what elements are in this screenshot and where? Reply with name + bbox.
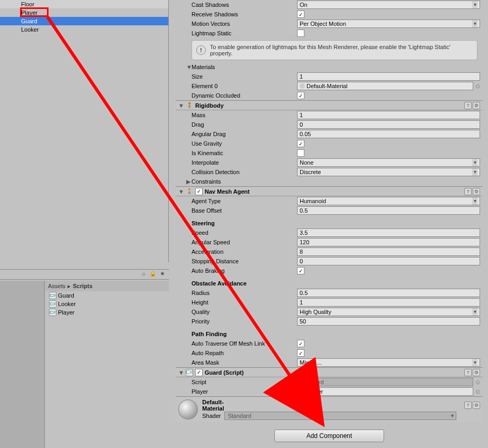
gear-icon[interactable]: ⚙ — [473, 402, 480, 409]
project-folders[interactable] — [0, 281, 45, 448]
script-label: Script — [192, 379, 297, 385]
element0-field[interactable]: Default-Material — [297, 82, 473, 90]
rigidbody-icon: 🧍 — [186, 102, 193, 109]
gear-icon[interactable]: ⚙ — [473, 188, 480, 195]
navmeshagent-icon: 🚶 — [186, 188, 193, 195]
gear-icon[interactable]: ⚙ — [473, 369, 480, 376]
search-icon[interactable]: ⌕ — [140, 270, 147, 277]
gear-icon[interactable]: ⚙ — [473, 102, 480, 109]
breadcrumb-root[interactable]: Assets — [48, 283, 65, 289]
steering-header: Steering — [192, 220, 297, 226]
area-mask-dropdown[interactable]: Mixed ... — [297, 358, 480, 367]
height-label: Height — [192, 299, 297, 306]
interpolate-dropdown[interactable]: None — [297, 158, 480, 167]
obstacle-header: Obstacle Avoidance — [192, 280, 297, 287]
object-picker-icon[interactable]: ⊙ — [475, 388, 480, 395]
use-gravity-label: Use Gravity — [192, 140, 297, 147]
material-preview-icon — [178, 399, 198, 420]
foldout-icon[interactable]: ▼ — [178, 188, 184, 195]
hierarchy-item-player[interactable]: Player — [0, 8, 168, 17]
mass-field[interactable]: 1 — [297, 111, 480, 119]
speed-field[interactable]: 3.5 — [297, 228, 480, 237]
is-kinematic-checkbox[interactable] — [297, 149, 304, 157]
receive-shadows-checkbox[interactable] — [297, 11, 304, 18]
lightmap-static-checkbox[interactable] — [297, 30, 304, 37]
script-icon: C# — [186, 369, 193, 376]
material-section[interactable]: Default-Material ?⚙ Shader Standard — [176, 396, 483, 422]
foldout-icon[interactable]: ▼ — [186, 64, 192, 70]
collision-detection-dropdown[interactable]: Discrete — [297, 168, 480, 176]
project-item-looker[interactable]: C#Looker — [45, 300, 169, 308]
foldout-icon[interactable]: ▶ — [186, 178, 192, 185]
radius-label: Radius — [192, 290, 297, 296]
use-gravity-checkbox[interactable] — [297, 140, 304, 147]
interpolate-label: Interpolate — [192, 159, 297, 166]
angular-speed-field[interactable]: 120 — [297, 238, 480, 246]
receive-shadows-label: Receive Shadows — [192, 11, 297, 17]
drag-field[interactable]: 0 — [297, 120, 480, 129]
hierarchy-panel: Floor Player Guard Looker — [0, 0, 169, 262]
project-item-player[interactable]: C#Player — [45, 308, 169, 317]
script-field: C#Guard — [297, 378, 473, 386]
breadcrumb-separator-icon: ▸ — [68, 283, 71, 290]
area-mask-label: Area Mask — [192, 359, 297, 366]
angular-speed-label: Angular Speed — [192, 239, 297, 245]
breadcrumb[interactable]: Assets ▸ Scripts — [45, 281, 169, 291]
element0-label: Element 0 — [192, 83, 297, 89]
angular-drag-label: Angular Drag — [192, 131, 297, 137]
help-icon[interactable]: ? — [464, 402, 472, 409]
quality-dropdown[interactable]: High Quality — [297, 308, 480, 316]
auto-braking-checkbox[interactable] — [297, 267, 304, 274]
hierarchy-item-looker[interactable]: Looker — [0, 25, 168, 34]
auto-braking-label: Auto Braking — [192, 268, 297, 274]
is-kinematic-label: Is Kinematic — [192, 150, 297, 156]
size-field[interactable]: 1 — [297, 72, 480, 81]
radius-field[interactable]: 0.5 — [297, 289, 480, 297]
motion-vectors-label: Motion Vectors — [192, 21, 297, 27]
motion-vectors-dropdown[interactable]: Per Object Motion — [297, 20, 480, 28]
auto-traverse-checkbox[interactable] — [297, 340, 304, 347]
star-icon[interactable]: ★ — [159, 270, 166, 277]
base-offset-field[interactable]: 0.5 — [297, 206, 480, 215]
foldout-icon[interactable]: ▼ — [178, 369, 184, 376]
guard-script-enable-checkbox[interactable] — [195, 369, 203, 376]
object-picker-icon[interactable]: ⊙ — [475, 379, 480, 386]
materials-header: Materials — [192, 64, 297, 70]
speed-label: Speed — [192, 230, 297, 236]
player-field[interactable]: Player — [297, 387, 473, 396]
project-item-guard[interactable]: C#Guard — [45, 291, 169, 300]
auto-repath-checkbox[interactable] — [297, 349, 304, 357]
help-icon[interactable]: ? — [464, 369, 472, 376]
stopping-distance-field[interactable]: 0 — [297, 257, 480, 265]
breadcrumb-current[interactable]: Scripts — [73, 283, 92, 289]
acceleration-field[interactable]: 8 — [297, 247, 480, 256]
hierarchy-item-floor[interactable]: Floor — [0, 0, 168, 8]
auto-repath-label: Auto Repath — [192, 350, 297, 356]
height-field[interactable]: 1 — [297, 298, 480, 307]
foldout-icon[interactable]: ▼ — [178, 102, 184, 109]
hierarchy-item-guard[interactable]: Guard — [0, 17, 168, 25]
player-label: Player — [192, 388, 297, 395]
dynamic-occluded-checkbox[interactable] — [297, 92, 304, 99]
guard-script-header[interactable]: ▼ C# Guard (Script) ?⚙ — [176, 367, 483, 377]
navmeshagent-enable-checkbox[interactable] — [195, 188, 203, 195]
angular-drag-field[interactable]: 0.05 — [297, 130, 480, 138]
navmeshagent-header[interactable]: ▼ 🚶 Nav Mesh Agent ?⚙ — [176, 186, 483, 196]
add-component-button[interactable]: Add Component — [274, 430, 385, 442]
shader-dropdown[interactable]: Standard — [224, 412, 456, 420]
csharp-icon: C# — [49, 292, 56, 299]
priority-field[interactable]: 50 — [297, 317, 480, 326]
mass-label: Mass — [192, 112, 297, 118]
material-name: Default-Material — [202, 399, 240, 412]
help-icon[interactable]: ? — [464, 102, 472, 109]
lock-icon[interactable]: 🔒 — [149, 270, 157, 277]
help-icon[interactable]: ? — [464, 188, 472, 195]
cast-shadows-label: Cast Shadows — [192, 2, 297, 8]
inspector-panel: Cast ShadowsOn Receive Shadows Motion Ve… — [176, 0, 483, 448]
agent-type-dropdown[interactable]: Humanoid — [297, 197, 480, 205]
constraints-label: Constraints — [192, 178, 297, 185]
cast-shadows-dropdown[interactable]: On — [297, 1, 480, 9]
rigidbody-header[interactable]: ▼ 🧍 Rigidbody ?⚙ — [176, 100, 483, 110]
object-picker-icon[interactable]: ⊙ — [475, 83, 480, 90]
pathfinding-header: Path Finding — [192, 331, 297, 337]
